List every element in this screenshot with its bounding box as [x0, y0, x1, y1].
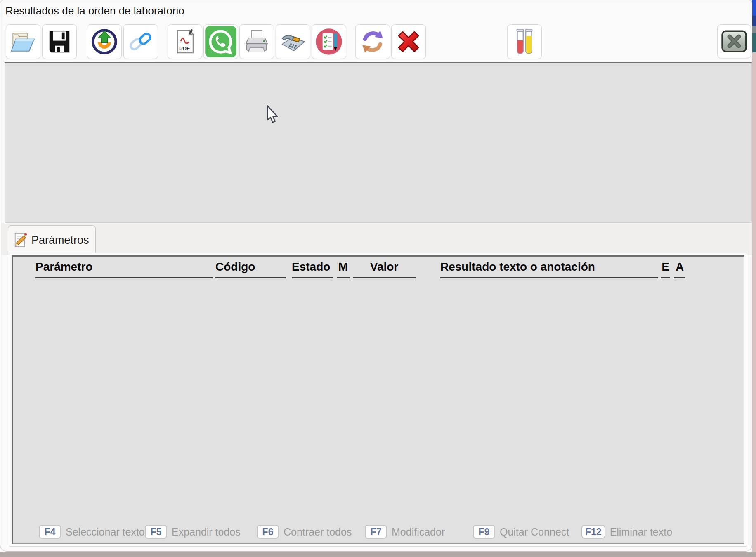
red-x-icon	[394, 27, 423, 56]
tab-parametros[interactable]: Parámetros	[8, 225, 96, 255]
f7-keycap: F7	[365, 525, 387, 539]
order-info-panel	[5, 62, 752, 223]
refresh-button[interactable]	[355, 24, 390, 59]
f5-label: Expandir todos	[172, 526, 241, 538]
test-tubes-button[interactable]	[507, 24, 542, 59]
upload-button[interactable]	[87, 24, 122, 59]
column-header-e: E	[661, 260, 670, 278]
pdf-file-icon: PDF	[173, 29, 197, 54]
window-title: Resultados de la orden de laboratorio	[5, 5, 184, 17]
close-button[interactable]	[717, 24, 751, 58]
upload-circle-icon	[90, 28, 118, 56]
hint-f4: F4 Seleccionar texto	[39, 525, 145, 539]
hint-f9: F9 Quitar Connect	[473, 525, 569, 539]
fax-button[interactable]	[276, 24, 310, 59]
hint-f5: F5 Expandir todos	[145, 525, 241, 539]
save-button[interactable]	[42, 24, 77, 59]
notepad-pencil-icon	[14, 231, 28, 250]
f6-label: Contraer todos	[284, 526, 352, 538]
f9-label: Quitar Connect	[500, 526, 569, 538]
mouse-cursor	[266, 105, 280, 127]
folder-open-icon	[9, 29, 37, 54]
grid-body[interactable]	[13, 280, 744, 519]
column-header-valor: Valor	[353, 260, 416, 278]
background-sliver-rose	[752, 52, 756, 557]
column-header-parametro: Parámetro	[35, 260, 213, 278]
f6-keycap: F6	[257, 525, 279, 539]
tab-parametros-label: Parámetros	[31, 234, 89, 247]
print-button[interactable]	[239, 24, 274, 59]
checklist-circle-icon	[314, 27, 343, 56]
column-header-estado: Estado	[292, 260, 333, 278]
column-header-m: M	[337, 260, 350, 278]
f12-keycap: F12	[581, 525, 605, 539]
link-button[interactable]	[123, 24, 158, 59]
hint-f12: F12 Eliminar texto	[581, 525, 672, 539]
fax-phone-icon	[279, 28, 307, 55]
column-header-a: A	[674, 260, 685, 278]
tasks-button[interactable]	[312, 24, 346, 59]
export-pdf-button[interactable]: PDF	[168, 24, 202, 59]
link-chain-icon	[127, 28, 154, 55]
background-sliver-teal	[752, 33, 756, 52]
svg-text:PDF: PDF	[179, 45, 190, 52]
f4-label: Seleccionar texto	[66, 526, 145, 538]
f7-label: Modificador	[392, 526, 445, 538]
lab-results-window: Resultados de la orden de laboratorio	[0, 0, 752, 552]
hint-f6: F6 Contraer todos	[257, 525, 352, 539]
column-header-codigo: Código	[215, 260, 286, 278]
open-button[interactable]	[6, 24, 40, 59]
background-bottom-band	[0, 552, 756, 557]
refresh-arrows-icon	[359, 28, 386, 55]
test-tubes-icon	[512, 28, 537, 55]
background-sliver-slate	[752, 26, 756, 33]
save-floppy-icon	[47, 29, 72, 54]
f4-keycap: F4	[39, 525, 61, 539]
delete-button[interactable]	[391, 24, 426, 59]
f12-label: Eliminar texto	[610, 526, 672, 538]
close-window-icon	[721, 28, 748, 54]
whatsapp-button[interactable]	[203, 24, 238, 59]
parameters-grid[interactable]: Parámetro Código Estado M Valor Resultad…	[12, 255, 744, 544]
background-sliver-navy	[752, 16, 756, 26]
whatsapp-icon	[205, 26, 237, 58]
hint-f7: F7 Modificador	[365, 525, 445, 539]
printer-icon	[243, 28, 270, 55]
background-sliver-blue	[752, 0, 756, 16]
tab-strip: Parámetros	[1, 223, 752, 255]
column-header-resultado: Resultado texto o anotación	[440, 260, 658, 278]
f9-keycap: F9	[473, 525, 495, 539]
f5-keycap: F5	[145, 525, 167, 539]
